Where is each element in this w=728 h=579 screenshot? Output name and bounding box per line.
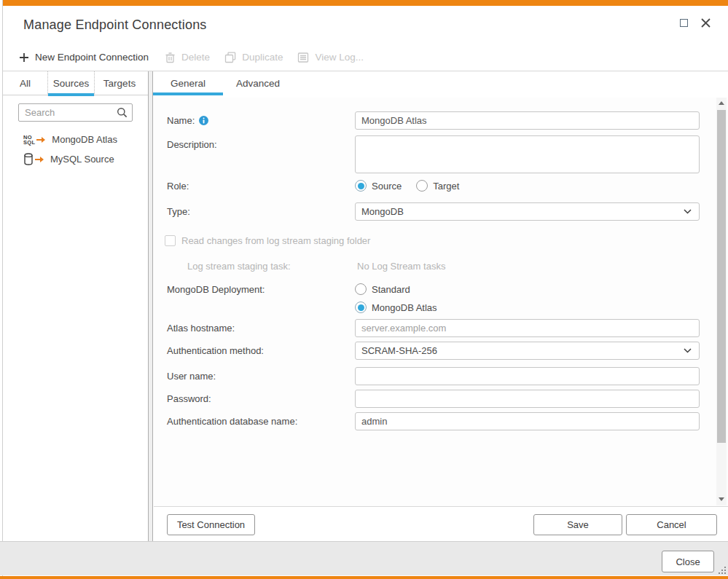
plus-icon — [19, 52, 29, 63]
trash-icon — [165, 52, 176, 63]
auth-db-label: Authentication database name: — [167, 412, 355, 427]
auth-method-row: Authentication method: SCRAM-SHA-256 — [167, 342, 700, 360]
user-name-label: User name: — [167, 367, 355, 382]
panel-splitter[interactable] — [148, 71, 153, 541]
role-row: Role: Source Target — [167, 180, 700, 192]
log-stream-task-value: No Log Stream tasks — [357, 257, 700, 272]
list-item-mongodb-atlas[interactable]: NO SQL MongoDB Atlas — [3, 130, 148, 149]
toolbar: New Endpoint Connection Delete Duplicate… — [3, 44, 728, 71]
description-input[interactable] — [355, 135, 700, 173]
form-scrollbar[interactable] — [716, 98, 727, 505]
chevron-down-icon — [684, 209, 692, 214]
auth-method-label: Authentication method: — [167, 342, 355, 356]
general-form: Name: Description: Role: — [153, 98, 728, 506]
close-window-icon[interactable] — [701, 18, 711, 28]
source-arrow-icon — [35, 156, 44, 163]
info-icon[interactable] — [199, 116, 208, 125]
name-label: Name: — [167, 115, 195, 126]
tab-sources[interactable]: Sources — [48, 71, 95, 95]
search-icon[interactable] — [117, 107, 128, 118]
deployment-row: MongoDB Deployment: Standard — [167, 283, 700, 295]
radio-unselected-icon — [416, 180, 428, 192]
chevron-down-icon — [684, 348, 692, 353]
deployment-label: MongoDB Deployment: — [167, 284, 355, 295]
page-title: Manage Endpoint Connections — [23, 17, 207, 33]
name-input[interactable] — [355, 111, 700, 130]
log-stream-checkbox — [165, 235, 176, 246]
log-stream-checkbox-row: Read changes from log stream staging fol… — [165, 235, 700, 246]
atlas-hostname-label: Atlas hostname: — [167, 319, 355, 334]
nosql-icon: NO SQL — [23, 135, 35, 145]
type-label: Type: — [167, 202, 355, 217]
deployment-atlas-row: MongoDB Atlas — [167, 302, 700, 313]
endpoint-list: NO SQL MongoDB Atlas — [3, 130, 148, 169]
log-stream-task-label: Log stream staging task: — [167, 257, 357, 272]
list-item-mysql-source[interactable]: MySQL Source — [3, 149, 148, 169]
tab-advanced[interactable]: Advanced — [223, 71, 293, 95]
endpoint-label: MongoDB Atlas — [52, 134, 117, 145]
user-name-row: User name: — [167, 367, 700, 385]
source-arrow-icon — [36, 136, 46, 143]
maximize-icon[interactable] — [680, 19, 688, 27]
type-row: Type: MongoDB — [167, 202, 700, 221]
save-button[interactable]: Save — [533, 514, 622, 535]
scroll-down-icon[interactable] — [716, 494, 727, 504]
manage-endpoint-connections-dialog: Manage Endpoint Connections New Endpoint… — [0, 0, 728, 579]
main-area: All Sources Targets NO SQL — [3, 71, 728, 541]
password-input[interactable] — [355, 390, 700, 408]
tab-all[interactable]: All — [3, 71, 48, 95]
scroll-up-icon[interactable] — [716, 98, 727, 108]
window-top-accent-bar — [3, 0, 728, 6]
duplicate-icon — [224, 52, 236, 63]
radio-selected-icon — [355, 180, 367, 192]
deployment-standard-radio[interactable]: Standard — [355, 283, 410, 295]
auth-db-input[interactable] — [355, 412, 700, 430]
auth-db-row: Authentication database name: — [167, 412, 700, 430]
radio-selected-icon — [355, 302, 367, 313]
close-button[interactable]: Close — [662, 551, 714, 572]
resize-grip-icon[interactable] — [719, 567, 726, 574]
test-connection-button[interactable]: Test Connection — [167, 514, 255, 535]
view-log-label: View Log... — [315, 52, 364, 63]
type-select[interactable]: MongoDB — [355, 202, 700, 221]
new-endpoint-connection-button[interactable]: New Endpoint Connection — [19, 52, 149, 63]
duplicate-label: Duplicate — [242, 52, 283, 63]
description-label: Description: — [167, 135, 355, 150]
atlas-hostname-input[interactable] — [355, 319, 700, 337]
deployment-atlas-radio[interactable]: MongoDB Atlas — [355, 302, 437, 313]
detail-tab-bar: General Advanced — [153, 71, 728, 98]
view-log-button: View Log... — [297, 52, 364, 63]
endpoint-label: MySQL Source — [50, 154, 114, 165]
role-target-radio[interactable]: Target — [416, 180, 459, 192]
database-icon — [23, 153, 34, 165]
delete-button: Delete — [165, 52, 210, 63]
duplicate-button: Duplicate — [224, 52, 283, 63]
endpoint-detail-panel: General Advanced Name: Description: — [153, 71, 728, 541]
log-list-icon — [297, 52, 309, 63]
window-bottom-accent-bar — [0, 576, 728, 579]
endpoint-sidebar: All Sources Targets NO SQL — [3, 71, 148, 541]
tab-general[interactable]: General — [153, 71, 223, 95]
search-box — [18, 103, 133, 122]
auth-method-select[interactable]: SCRAM-SHA-256 — [355, 342, 700, 360]
description-row: Description: — [167, 135, 700, 176]
form-action-row: Test Connection Save Cancel — [153, 507, 728, 542]
role-label: Role: — [167, 181, 355, 192]
role-source-radio[interactable]: Source — [355, 180, 402, 192]
atlas-hostname-row: Atlas hostname: — [167, 319, 700, 337]
radio-unselected-icon — [355, 283, 367, 295]
titlebar: Manage Endpoint Connections — [3, 6, 728, 44]
password-row: Password: — [167, 390, 700, 408]
delete-label: Delete — [181, 52, 210, 63]
scrollbar-thumb[interactable] — [717, 110, 726, 443]
password-label: Password: — [167, 390, 355, 404]
tab-targets[interactable]: Targets — [95, 71, 144, 95]
search-input[interactable] — [19, 107, 117, 118]
log-stream-task-row: Log stream staging task: No Log Stream t… — [167, 257, 700, 272]
new-endpoint-connection-label: New Endpoint Connection — [35, 52, 149, 63]
log-stream-checkbox-label: Read changes from log stream staging fol… — [181, 235, 370, 246]
user-name-input[interactable] — [355, 367, 700, 385]
cancel-button[interactable]: Cancel — [626, 514, 717, 535]
name-row: Name: — [167, 111, 700, 130]
sidebar-tab-bar: All Sources Targets — [3, 71, 148, 95]
